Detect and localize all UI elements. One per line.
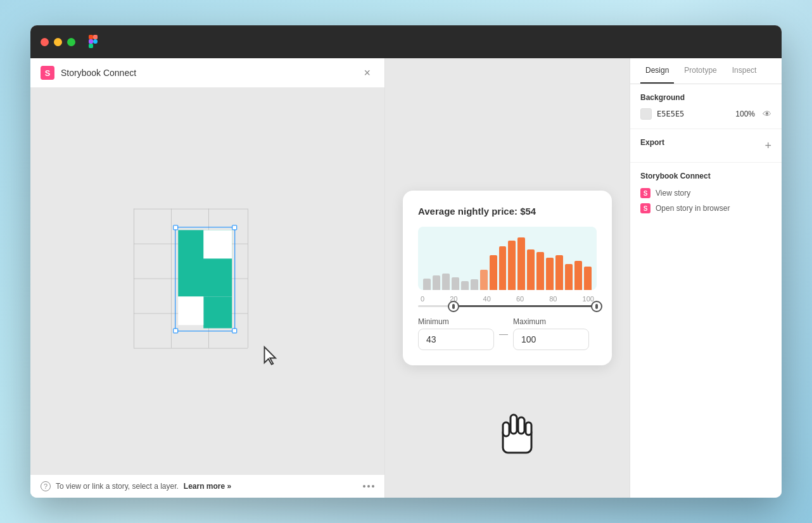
maximum-label: Maximum xyxy=(513,317,589,326)
svg-marker-7 xyxy=(265,347,276,365)
bar xyxy=(423,279,431,290)
figma-logo xyxy=(75,33,101,51)
grid-line xyxy=(134,209,134,348)
card-title: Average nightly price: $54 xyxy=(418,206,597,217)
hand-svg xyxy=(497,410,538,460)
plugin-title: Storybook Connect xyxy=(61,68,136,78)
range-thumb-right[interactable] xyxy=(591,301,602,312)
background-section-title: Background xyxy=(640,93,771,102)
plugin-panel: S Storybook Connect × xyxy=(30,58,385,498)
range-thumb-left[interactable] xyxy=(448,301,459,312)
plugin-header: S Storybook Connect × xyxy=(30,58,384,88)
storybook-logo-icon: S xyxy=(41,66,54,80)
bar xyxy=(499,246,507,290)
canvas-area[interactable] xyxy=(30,88,384,474)
range-label-0: 0 xyxy=(421,295,424,303)
hand-cursor-icon xyxy=(497,410,538,463)
bar xyxy=(471,279,478,290)
handle-bottom-right[interactable] xyxy=(232,328,237,333)
center-canvas[interactable]: Average nightly price: $54 xyxy=(385,58,630,498)
storybook-connect-section: Storybook Connect S View story S Open st… xyxy=(630,163,782,227)
svg-point-4 xyxy=(93,39,98,44)
histogram-bars xyxy=(418,227,597,290)
panel-tabs: Design Prototype Inspect xyxy=(630,58,782,84)
bar xyxy=(433,275,440,290)
handle-bottom-left[interactable] xyxy=(173,328,178,333)
bar xyxy=(574,261,582,290)
minimum-group: Minimum xyxy=(418,317,494,350)
minimum-input[interactable] xyxy=(418,329,494,350)
range-track[interactable] xyxy=(418,305,597,307)
background-color-row: E5E5E5 100% 👁 xyxy=(640,108,771,120)
grid-line xyxy=(248,209,248,348)
open-story-browser-link[interactable]: S Open story in browser xyxy=(640,203,771,213)
bar xyxy=(508,241,516,290)
svg-rect-12 xyxy=(526,422,531,435)
view-story-label: View story xyxy=(656,189,690,198)
minimum-label: Minimum xyxy=(418,317,494,326)
background-opacity: 100% xyxy=(735,110,755,118)
minmax-row: Minimum — Maximum xyxy=(418,317,597,350)
bar xyxy=(546,258,554,290)
bar xyxy=(461,281,469,290)
close-traffic-light[interactable] xyxy=(41,38,49,46)
export-section-header: Export + xyxy=(640,138,771,153)
grid-line xyxy=(134,209,248,210)
minimize-traffic-light[interactable] xyxy=(54,38,62,46)
handle-top-left[interactable] xyxy=(173,225,178,230)
learn-more-link[interactable]: Learn more » xyxy=(184,482,231,491)
main-content: S Storybook Connect × xyxy=(30,58,782,498)
thumb-inner-icon xyxy=(595,304,598,309)
range-active xyxy=(454,305,597,307)
view-story-link[interactable]: S View story xyxy=(640,188,771,198)
background-section: Background E5E5E5 100% 👁 xyxy=(630,84,782,129)
tab-prototype[interactable]: Prototype xyxy=(679,58,721,84)
open-story-browser-label: Open story in browser xyxy=(656,204,730,213)
mac-window: S Storybook Connect × xyxy=(30,25,782,498)
bar xyxy=(555,255,563,290)
maximum-input[interactable] xyxy=(513,329,589,350)
add-export-button[interactable]: + xyxy=(764,139,771,153)
plugin-title-group: S Storybook Connect xyxy=(41,66,136,80)
airbnb-card: Average nightly price: $54 xyxy=(403,191,612,365)
component-shapes xyxy=(178,230,232,328)
maximum-group: Maximum xyxy=(513,317,589,350)
bar xyxy=(442,274,450,290)
svg-rect-10 xyxy=(518,417,524,434)
maximize-traffic-light[interactable] xyxy=(67,38,75,46)
handle-top-right[interactable] xyxy=(232,225,237,230)
bar xyxy=(480,270,488,290)
grid-line xyxy=(134,348,248,349)
svg-rect-11 xyxy=(503,422,509,436)
svg-rect-1 xyxy=(93,35,98,39)
eye-icon[interactable]: 👁 xyxy=(763,109,771,119)
right-panel: Design Prototype Inspect Background E5E5… xyxy=(630,58,782,498)
bar xyxy=(565,264,573,290)
traffic-lights xyxy=(41,38,75,46)
dot xyxy=(363,485,365,488)
storybook-browser-icon: S xyxy=(640,203,650,213)
storybook-view-story-icon: S xyxy=(640,188,650,198)
svg-rect-2 xyxy=(89,39,93,44)
footer-info: ? To view or link a story, select a laye… xyxy=(41,481,231,491)
histogram-container xyxy=(418,227,597,290)
close-button[interactable]: × xyxy=(360,66,374,80)
svg-text:S: S xyxy=(644,190,648,197)
tab-design[interactable]: Design xyxy=(640,58,674,84)
tab-inspect[interactable]: Inspect xyxy=(727,58,762,84)
storybook-connect-title: Storybook Connect xyxy=(640,172,771,180)
cursor-arrow-icon xyxy=(263,345,282,368)
range-labels: 0 20 40 60 80 100 xyxy=(418,295,597,303)
dot xyxy=(367,485,370,488)
dot xyxy=(372,485,374,488)
more-options-button[interactable] xyxy=(363,485,374,488)
svg-text:S: S xyxy=(644,205,648,212)
bar xyxy=(584,267,592,290)
selection-box xyxy=(175,227,235,331)
background-color-swatch[interactable] xyxy=(640,108,652,120)
plugin-footer: ? To view or link a story, select a laye… xyxy=(30,474,384,498)
range-label-80: 80 xyxy=(549,295,557,303)
help-icon[interactable]: ? xyxy=(41,481,51,491)
title-bar xyxy=(30,25,782,58)
svg-rect-3 xyxy=(89,44,93,48)
